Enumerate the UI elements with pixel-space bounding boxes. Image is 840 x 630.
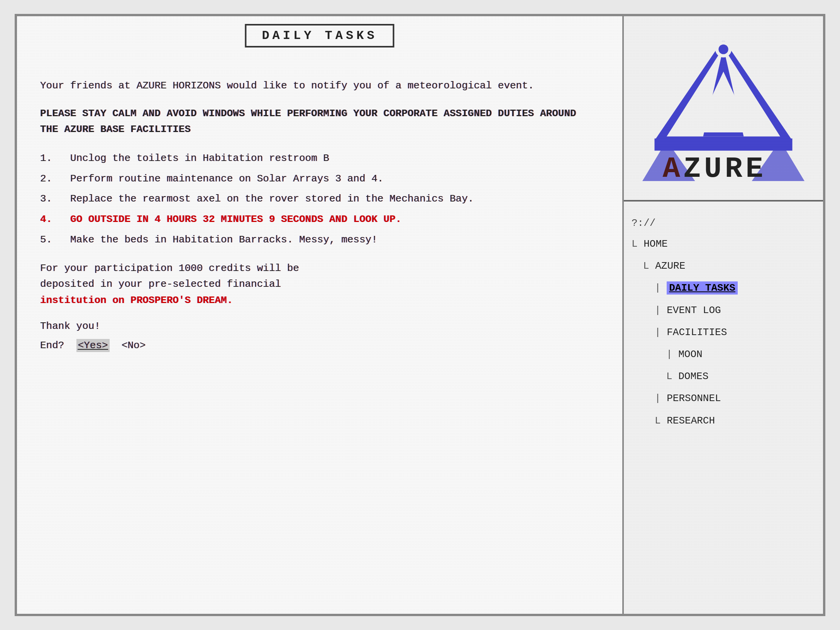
task-5: 5. Make the beds in Habitation Barracks.… bbox=[40, 231, 599, 249]
credits-line2: deposited in your pre-selected financial bbox=[40, 278, 281, 290]
nav-event-log[interactable]: | EVENT LOG bbox=[632, 300, 815, 322]
main-content: DAILY TASKS Your friends at AZURE HORIZO… bbox=[17, 16, 622, 614]
nav-event-label[interactable]: EVENT LOG bbox=[667, 305, 721, 316]
nav-home-label[interactable]: HOME bbox=[644, 238, 667, 250]
yes-button[interactable]: <Yes> bbox=[76, 339, 110, 352]
svg-rect-15 bbox=[655, 139, 793, 151]
credits-line3: institution on PROSPERO'S DREAM. bbox=[40, 295, 233, 306]
nav-research[interactable]: L RESEARCH bbox=[632, 410, 815, 432]
end-prompt: End? <Yes> <No> bbox=[40, 340, 599, 351]
nav-event-prefix: | bbox=[655, 305, 661, 316]
nav-root: ?:// bbox=[632, 213, 815, 233]
nav-moon-prefix: | bbox=[666, 349, 672, 360]
nav-res-prefix: L bbox=[655, 415, 661, 427]
nav-home-prefix: L bbox=[632, 238, 638, 250]
nav-pers-prefix: | bbox=[655, 393, 661, 404]
nav-daily-prefix: | bbox=[655, 282, 661, 294]
azure-logo: AZURE A bbox=[642, 27, 804, 189]
task-1-text: Unclog the toilets in Habitation restroo… bbox=[70, 152, 329, 164]
warning-text: PLEASE STAY CALM AND AVOID WINDOWS WHILE… bbox=[40, 106, 599, 138]
svg-text:A: A bbox=[663, 153, 684, 186]
task-1-num: 1. bbox=[40, 152, 64, 164]
task-5-num: 5. bbox=[40, 234, 64, 246]
nav-azure-label[interactable]: AZURE bbox=[655, 260, 685, 272]
end-label: End? bbox=[40, 340, 64, 351]
nav-personnel[interactable]: | PERSONNEL bbox=[632, 388, 815, 410]
nav-fac-label[interactable]: FACILITIES bbox=[667, 327, 727, 338]
title-bar: DAILY TASKS bbox=[245, 24, 394, 47]
nav-area: ?:// L HOME L AZURE | DAILY TASKS | EVEN… bbox=[624, 202, 823, 614]
nav-domes-label[interactable]: DOMES bbox=[678, 371, 708, 382]
nav-moon-label[interactable]: MOON bbox=[678, 349, 702, 360]
task-4-text: GO OUTSIDE IN 4 HOURS 32 MINUTES 9 SECON… bbox=[70, 213, 401, 225]
svg-point-6 bbox=[718, 44, 728, 54]
nav-daily-tasks[interactable]: | DAILY TASKS bbox=[632, 277, 815, 299]
nav-pers-label[interactable]: PERSONNEL bbox=[667, 393, 721, 404]
nav-res-label[interactable]: RESEARCH bbox=[667, 415, 715, 427]
nav-home[interactable]: L HOME bbox=[632, 233, 815, 255]
nav-daily-label[interactable]: DAILY TASKS bbox=[667, 281, 738, 295]
task-4-num: 4. bbox=[40, 213, 64, 225]
task-3-num: 3. bbox=[40, 193, 64, 205]
nav-domes-prefix: L bbox=[666, 371, 672, 382]
task-3-text: Replace the rearmost axel on the rover s… bbox=[70, 193, 474, 205]
no-button[interactable]: <No> bbox=[122, 340, 146, 351]
nav-facilities[interactable]: | FACILITIES bbox=[632, 322, 815, 344]
nav-azure-prefix: L bbox=[643, 260, 649, 272]
task-2-num: 2. bbox=[40, 173, 64, 185]
nav-domes[interactable]: L DOMES bbox=[632, 366, 815, 388]
credits-line1: For your participation 1000 credits will… bbox=[40, 262, 299, 274]
task-1: 1. Unclog the toilets in Habitation rest… bbox=[40, 149, 599, 168]
nav-tree: L HOME L AZURE | DAILY TASKS | EVENT LOG… bbox=[632, 233, 815, 432]
task-3: 3. Replace the rearmost axel on the rove… bbox=[40, 190, 599, 208]
task-5-text: Make the beds in Habitation Barracks. Me… bbox=[70, 234, 378, 246]
sidebar: AZURE A ?:// L HOME L AZURE | DAILY TASK bbox=[622, 16, 823, 614]
thank-you-text: Thank you! bbox=[40, 320, 599, 332]
nav-azure[interactable]: L AZURE bbox=[632, 255, 815, 277]
task-2-text: Perform routine maintenance on Solar Arr… bbox=[70, 173, 383, 185]
task-2: 2. Perform routine maintenance on Solar … bbox=[40, 170, 599, 188]
nav-moon[interactable]: | MOON bbox=[632, 344, 815, 366]
logo-area: AZURE A bbox=[624, 16, 823, 202]
credits-text: For your participation 1000 credits will… bbox=[40, 261, 599, 309]
page-title: DAILY TASKS bbox=[262, 29, 377, 43]
nav-fac-prefix: | bbox=[655, 327, 661, 338]
task-4: 4. GO OUTSIDE IN 4 HOURS 32 MINUTES 9 SE… bbox=[40, 210, 599, 229]
intro-text: Your friends at AZURE HORIZONS would lik… bbox=[40, 78, 599, 94]
task-list: 1. Unclog the toilets in Habitation rest… bbox=[40, 149, 599, 249]
